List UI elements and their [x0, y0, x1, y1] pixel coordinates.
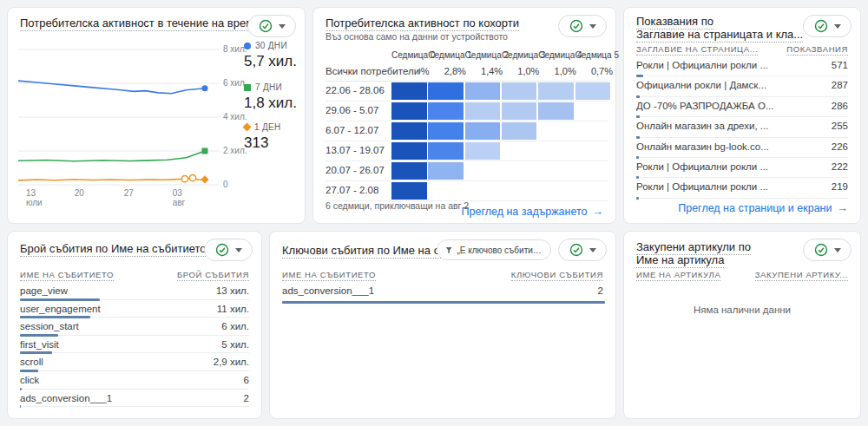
cohort-percentage: 2,8%	[428, 66, 466, 76]
cohort-row-label: 27.07 - 2.08	[326, 185, 378, 195]
cohort-row: 22.06 - 28.06	[326, 82, 608, 102]
cohort-row: 6.07 - 12.07	[326, 121, 608, 141]
cohort-cell[interactable]	[428, 102, 464, 120]
row-value: 255	[832, 121, 848, 131]
insights-badge[interactable]	[247, 15, 296, 37]
card-title: Брой събития по Име на събитието	[20, 242, 206, 257]
cohort-cell[interactable]	[502, 102, 537, 120]
retention-overview-link[interactable]: Преглед на задържането→	[462, 206, 604, 218]
insights-badge[interactable]	[204, 239, 253, 261]
cohort-row-label: 20.07 - 26.07	[326, 165, 385, 175]
insights-badge[interactable]	[558, 15, 607, 37]
cohort-row: 13.07 - 19.07	[326, 141, 608, 161]
insights-badge[interactable]	[803, 239, 852, 261]
cohort-all-users-label: Всички потребители	[326, 66, 419, 76]
legend-entry: 7 ДНИ1,8 хил.	[244, 82, 306, 112]
analytics-dashboard: Потребителска активност в течение на вре…	[0, 0, 868, 426]
table-row: ДО -70% РАЗПРОДАЖБА О...286	[636, 97, 848, 117]
column-header-item-name: ИМЕ НА АРТИКУЛА	[636, 270, 720, 281]
cohort-cell[interactable]	[465, 102, 501, 120]
table-row: Онлайн магазин за дрехи, ...255	[636, 117, 848, 137]
row-label: page_view	[20, 285, 68, 296]
cohort-week-header: Седмица 0	[391, 50, 427, 60]
cohort-cell[interactable]	[502, 122, 537, 140]
table-row: ads_conversion___12	[282, 282, 603, 303]
column-header-event-name: ИМЕ НА СЪБИТИЕТО	[282, 270, 376, 281]
cohort-cell[interactable]	[391, 162, 427, 180]
cohort-cell[interactable]	[575, 82, 611, 100]
row-label: Рокли | Официални рокли ...	[636, 181, 768, 192]
row-label: Рокли | Официални рокли ...	[636, 60, 768, 70]
cohort-cell[interactable]	[391, 122, 427, 140]
legend-value: 5,7 хил.	[244, 53, 306, 70]
cohort-cell[interactable]	[391, 182, 427, 200]
cohort-cell[interactable]	[538, 82, 574, 100]
square-marker-icon	[244, 84, 251, 91]
chevron-down-icon	[589, 24, 596, 29]
cohort-week-header: Седмица 5	[575, 50, 611, 60]
table-row: page_view13 хил.	[20, 282, 249, 300]
cohort-cell[interactable]	[502, 82, 537, 100]
card-title-line2: Име на артикула	[636, 253, 724, 268]
x-axis-tick-day: 27	[124, 188, 134, 198]
table-row: ads_conversion___12	[20, 390, 249, 408]
card-items-purchased: Закупени артикули по Име на артикула ИМЕ…	[623, 231, 861, 419]
no-data-message: Няма налични данни	[624, 305, 860, 315]
row-value: 2,9 хил.	[214, 357, 249, 367]
row-label: ДО -70% РАЗПРОДАЖБА О...	[636, 101, 774, 111]
row-bar	[636, 197, 639, 200]
cohort-cell[interactable]	[391, 142, 427, 160]
row-label: ads_conversion___1	[282, 285, 374, 296]
row-label: Онлайн магазин bg-look.co...	[636, 141, 769, 152]
card-event-count: Брой събития по Име на събитието ИМЕ НА …	[7, 231, 262, 419]
cohort-cell[interactable]	[428, 162, 464, 180]
cohort-cell[interactable]	[538, 102, 574, 120]
row-value: 571	[832, 60, 848, 70]
arrow-right-icon: →	[838, 202, 849, 214]
insights-badge[interactable]	[803, 15, 852, 37]
pages-screens-overview-link[interactable]: Преглед на страници и екрани→	[678, 202, 848, 214]
chevron-down-icon	[589, 248, 596, 252]
cohort-row-label: 22.06 - 28.06	[326, 85, 385, 95]
cohort-percentage: 1,4%	[465, 66, 503, 76]
column-header-event-count: БРОЙ СЪБИТИЯ	[177, 270, 249, 281]
cohort-cell[interactable]	[465, 142, 501, 160]
x-axis-tick: 03авг	[173, 188, 186, 207]
checkmark-circle-icon	[814, 19, 828, 33]
legend-label: 7 ДНИ	[255, 82, 282, 92]
card-views-by-page-title: Показвания по Заглавие на страницата и к…	[623, 7, 861, 224]
column-header-items-purchased: ЗАКУПЕНИ АРТИКУ...	[755, 270, 848, 281]
cohort-percentage: 1,0%	[502, 66, 540, 76]
cohort-cell[interactable]	[465, 122, 501, 140]
row-value: 13 хил.	[216, 285, 249, 296]
circle-marker-icon	[244, 43, 251, 49]
cohort-cell[interactable]	[391, 82, 427, 100]
table-row: Рокли | Официални рокли ...571	[636, 56, 848, 76]
column-header-page-title: ЗАГЛАВИЕ НА СТРАНИЦА...	[636, 44, 758, 56]
table-row: session_start6 хил.	[20, 318, 249, 336]
cohort-cell[interactable]	[428, 82, 464, 100]
checkmark-circle-icon	[259, 19, 273, 33]
cohort-row-label: 13.07 - 19.07	[326, 145, 385, 155]
insights-badge[interactable]	[558, 239, 607, 261]
cohort-cell[interactable]	[428, 122, 464, 140]
card-user-activity-by-cohort: Потребителска активност по кохорти Въз о…	[312, 7, 616, 224]
filter-chip[interactable]: „Е ключово събитие“ съвп...	[437, 239, 551, 260]
x-axis-tick-day: 03	[173, 188, 186, 198]
cohort-week-header: Седмица 1	[428, 50, 464, 60]
row-label: Официални рокли | Дамск...	[636, 80, 766, 90]
column-header-event-name: ИМЕ НА СЪБИТИЕТО	[20, 270, 114, 281]
row-bar	[20, 405, 21, 408]
cohort-cell[interactable]	[391, 102, 427, 120]
row-value: 219	[832, 181, 848, 192]
chevron-down-icon	[279, 24, 286, 29]
cohort-row: 27.07 - 2.08	[326, 181, 608, 201]
cohort-percentage: 0,7%	[575, 66, 614, 76]
row-value: 2	[244, 393, 249, 403]
cohort-cell[interactable]	[465, 82, 501, 100]
checkmark-circle-icon	[215, 243, 229, 257]
cohort-cell[interactable]	[428, 142, 464, 160]
legend-label-row: 7 ДНИ	[244, 82, 306, 92]
row-label: session_start	[20, 321, 79, 331]
checkmark-circle-icon	[814, 243, 828, 257]
